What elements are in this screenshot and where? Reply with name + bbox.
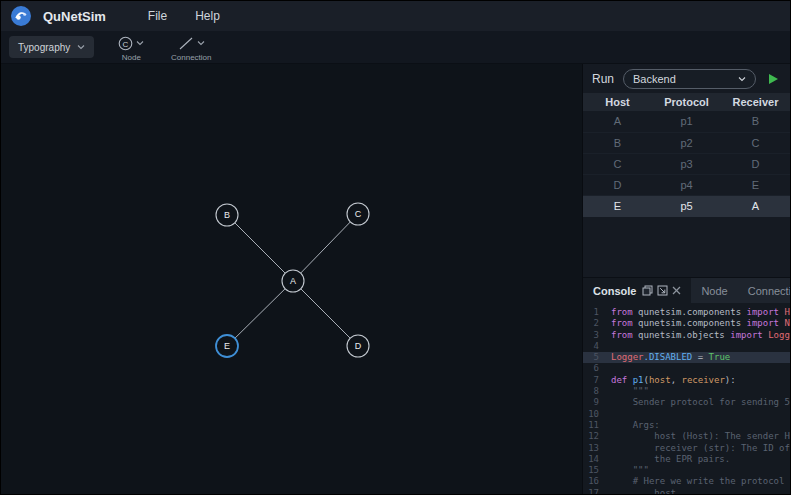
code-token: def bbox=[611, 375, 633, 386]
play-icon bbox=[767, 73, 779, 85]
code-token: qunetsim.components bbox=[638, 307, 746, 318]
code-token: , bbox=[671, 375, 682, 386]
tab-node[interactable]: Node bbox=[691, 278, 737, 303]
table-cell: p2 bbox=[652, 132, 721, 153]
table-cell: p4 bbox=[652, 174, 721, 195]
code-line: 2from qunetsim.components import Network bbox=[583, 318, 790, 329]
graph-edge-A-B[interactable] bbox=[227, 215, 293, 281]
right-panel: Run Backend HostProtocolReceiver Ap1BBp2… bbox=[582, 64, 790, 495]
run-bar: Run Backend bbox=[583, 64, 790, 93]
connection-line-icon bbox=[178, 36, 194, 51]
graph-node-label: D bbox=[355, 341, 362, 351]
code-line: 12 host (Host): The sender Host. bbox=[583, 431, 790, 442]
code-token: # Here we write the protocol code for a bbox=[611, 476, 790, 487]
tab-node-label: Node bbox=[701, 285, 727, 297]
table-cell: p1 bbox=[652, 111, 721, 132]
menu-help[interactable]: Help bbox=[183, 5, 232, 27]
panel-empty-area bbox=[583, 217, 790, 278]
code-token: Logger bbox=[611, 352, 644, 363]
code-token: True bbox=[709, 352, 731, 363]
code-token: receiver bbox=[681, 375, 724, 386]
code-editor[interactable]: 1from qunetsim.components import Host2fr… bbox=[583, 303, 790, 495]
graph-edge-A-E[interactable] bbox=[227, 281, 293, 346]
code-token: Sender protocol for sending 5 EPR pairs. bbox=[611, 397, 790, 408]
code-line: 10 bbox=[583, 409, 790, 420]
code-token: qunetsim.components bbox=[638, 318, 746, 329]
graph-node-label: E bbox=[224, 341, 230, 351]
code-token: receiver (str): The ID of the receiver o… bbox=[611, 443, 790, 454]
graph-node-label: C bbox=[355, 209, 362, 219]
protocol-table: HostProtocolReceiver Ap1BBp2CCp3DDp4EEp5… bbox=[583, 93, 790, 217]
table-cell: D bbox=[583, 174, 652, 195]
table-cell: E bbox=[721, 174, 790, 195]
typography-dropdown[interactable]: Typography bbox=[9, 36, 94, 58]
tab-connection[interactable]: Connection bbox=[738, 278, 791, 303]
code-token: from bbox=[611, 318, 638, 329]
code-token: p1 bbox=[633, 375, 644, 386]
node-tool-button[interactable]: C Node bbox=[108, 34, 154, 62]
table-row[interactable]: Bp2C bbox=[583, 132, 790, 153]
table-column-header: Receiver bbox=[721, 93, 790, 111]
tab-console-label: Console bbox=[593, 285, 636, 297]
connection-tool-button[interactable]: Connection bbox=[168, 34, 214, 62]
close-icon[interactable] bbox=[672, 286, 681, 295]
line-number: 17 bbox=[583, 488, 599, 495]
graph-node-label: A bbox=[290, 276, 296, 286]
typography-label: Typography bbox=[18, 42, 70, 53]
line-number: 11 bbox=[583, 420, 599, 431]
console-panel: Console bbox=[583, 277, 790, 495]
line-number: 12 bbox=[583, 431, 599, 442]
code-line: 1from qunetsim.components import Host bbox=[583, 307, 790, 318]
run-play-button[interactable] bbox=[765, 71, 781, 87]
table-row[interactable]: Ep5A bbox=[583, 195, 790, 216]
run-label: Run bbox=[592, 72, 614, 86]
line-number: 10 bbox=[583, 409, 599, 420]
code-line: 6 bbox=[583, 363, 790, 374]
code-line: 11 Args: bbox=[583, 420, 790, 431]
code-token: .DISABLED bbox=[644, 352, 693, 363]
code-token: Network bbox=[784, 318, 790, 329]
chevron-down-icon bbox=[136, 39, 144, 47]
copy-icon[interactable] bbox=[642, 285, 653, 296]
code-token: = bbox=[692, 352, 708, 363]
table-cell: E bbox=[583, 195, 652, 216]
tab-console[interactable]: Console bbox=[583, 278, 691, 303]
table-row[interactable]: Ap1B bbox=[583, 111, 790, 132]
line-number: 13 bbox=[583, 443, 599, 454]
line-number: 6 bbox=[583, 363, 599, 374]
network-canvas[interactable]: ABCDE bbox=[1, 64, 582, 495]
code-token: the EPR pairs. bbox=[611, 454, 730, 465]
code-token: qunetsim.objects bbox=[638, 330, 730, 341]
table-cell: B bbox=[721, 111, 790, 132]
code-token: from bbox=[611, 330, 638, 341]
backend-selected-value: Backend bbox=[633, 73, 676, 85]
graph-edge-A-D[interactable] bbox=[293, 281, 358, 346]
line-number: 16 bbox=[583, 476, 599, 487]
code-token: Args: bbox=[611, 420, 660, 431]
graph-edge-A-C[interactable] bbox=[293, 214, 358, 281]
console-tabbar: Console bbox=[583, 278, 790, 303]
app-title: QuNetSim bbox=[43, 9, 106, 24]
code-token: import bbox=[730, 330, 768, 341]
code-token: host (Host): The sender Host. bbox=[611, 431, 790, 442]
code-token: """ bbox=[611, 465, 649, 476]
table-row[interactable]: Dp4E bbox=[583, 174, 790, 195]
menu-file[interactable]: File bbox=[136, 5, 179, 27]
network-graph: ABCDE bbox=[1, 64, 584, 495]
backend-select[interactable]: Backend bbox=[623, 69, 756, 89]
code-line: 13 receiver (str): The ID of the receive… bbox=[583, 443, 790, 454]
code-line: 15 """ bbox=[583, 465, 790, 476]
line-number: 7 bbox=[583, 375, 599, 386]
code-token: from bbox=[611, 307, 638, 318]
graph-node-label: B bbox=[224, 210, 230, 220]
table-cell: A bbox=[721, 195, 790, 216]
chevron-down-icon bbox=[738, 75, 746, 83]
line-number: 1 bbox=[583, 307, 599, 318]
table-row[interactable]: Cp3D bbox=[583, 153, 790, 174]
line-number: 15 bbox=[583, 465, 599, 476]
qunetsim-logo-icon bbox=[11, 6, 31, 26]
open-in-window-icon[interactable] bbox=[657, 285, 668, 296]
code-line: 7def p1(host, receiver): bbox=[583, 375, 790, 386]
code-token: import bbox=[746, 307, 784, 318]
code-token: host bbox=[649, 375, 671, 386]
